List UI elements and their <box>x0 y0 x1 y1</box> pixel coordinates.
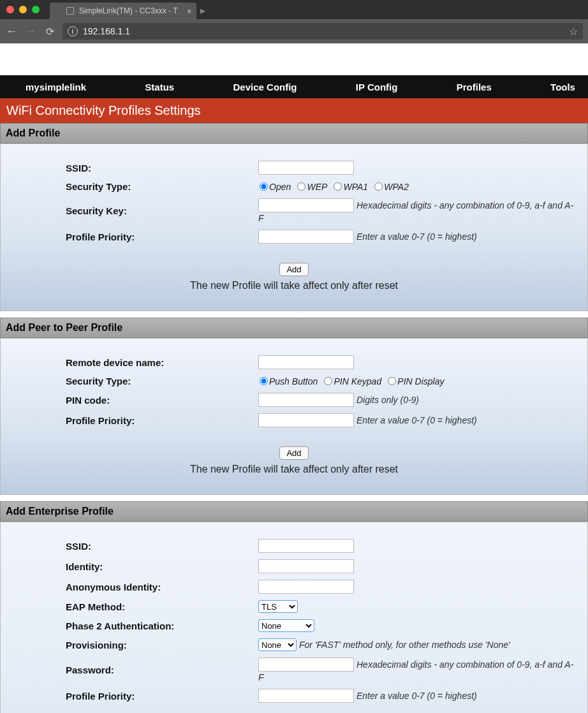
add-profile-body: SSID: Security Type: Open WEP WPA1 WPA2 … <box>0 143 588 311</box>
sec-open-option[interactable]: Open <box>258 182 291 192</box>
ssid-input[interactable] <box>258 161 354 175</box>
ent-priority-input[interactable] <box>258 689 354 703</box>
eap-method-select[interactable]: TLS <box>258 600 298 613</box>
back-button[interactable]: ← <box>5 25 18 38</box>
priority-hint: Enter a value 0-7 (0 = highest) <box>356 232 477 242</box>
anon-identity-input[interactable] <box>258 580 354 594</box>
forward-button[interactable]: → <box>24 25 37 38</box>
url-text: 192.168.1.1 <box>83 26 130 36</box>
p2p-profile-body: Remote device name: Security Type: Push … <box>0 338 588 495</box>
pin-code-input[interactable] <box>258 393 354 407</box>
close-window-button[interactable] <box>6 6 14 13</box>
ent-ssid-label: SSID: <box>66 541 91 552</box>
maximize-window-button[interactable] <box>32 6 40 13</box>
browser-tab[interactable]: SimpleLink(TM) - CC3xxx - T × <box>50 3 196 19</box>
ent-profile-header: Add Enterprise Profile <box>0 501 588 522</box>
window-controls <box>6 6 40 13</box>
password-label: Password: <box>66 665 114 675</box>
p2p-profile-header: Add Peer to Peer Profile <box>0 318 588 338</box>
p2p-priority-label: Profile Priority: <box>66 415 135 426</box>
close-tab-icon[interactable]: × <box>187 6 192 16</box>
nav-profiles[interactable]: Profiles <box>457 82 492 92</box>
ent-ssid-input[interactable] <box>258 539 354 553</box>
identity-input[interactable] <box>258 559 354 573</box>
browser-tab-strip: SimpleLink(TM) - CC3xxx - T × ▸ <box>0 0 588 19</box>
minimize-window-button[interactable] <box>19 6 27 13</box>
page-icon <box>66 7 74 15</box>
sec-wpa2-option[interactable]: WPA2 <box>373 182 409 192</box>
nav-status[interactable]: Status <box>145 82 174 92</box>
bookmark-star-icon[interactable]: ☆ <box>569 26 578 38</box>
p2p-add-button[interactable]: Add <box>279 446 308 460</box>
priority-input[interactable] <box>258 230 354 244</box>
ssid-label: SSID: <box>66 163 91 173</box>
reload-button[interactable]: ⟳ <box>43 26 56 38</box>
sec-pushbutton-option[interactable]: Push Button <box>258 376 318 386</box>
tab-title: SimpleLink(TM) - CC3xxx - T <box>79 6 177 15</box>
sec-pindisplay-option[interactable]: PIN Display <box>386 376 444 386</box>
provisioning-select[interactable]: None <box>258 638 297 651</box>
add-button[interactable]: Add <box>279 263 308 276</box>
nav-device-config[interactable]: Device Config <box>233 82 297 92</box>
page-title-banner: WiFi Connectivity Profiles Settings <box>0 98 588 123</box>
sec-pinkeypad-option[interactable]: PIN Keypad <box>323 376 381 386</box>
site-info-icon[interactable]: i <box>68 26 78 36</box>
p2p-priority-hint: Enter a value 0-7 (0 = highest) <box>356 415 477 425</box>
sec-wpa1-option[interactable]: WPA1 <box>332 182 368 192</box>
provisioning-hint: For 'FAST' method only, for other method… <box>299 640 510 650</box>
nav-tools[interactable]: Tools <box>550 82 575 92</box>
address-bar: ← → ⟳ i 192.168.1.1 ☆ <box>0 19 588 43</box>
phase2-label: Phase 2 Authentication: <box>66 621 174 631</box>
nav-mysimplelink[interactable]: mysimplelink <box>26 82 86 92</box>
security-type-label: Security Type: <box>66 181 131 192</box>
top-nav: mysimplelink Status Device Config IP Con… <box>0 75 588 98</box>
password-input[interactable] <box>258 658 354 672</box>
identity-label: Identity: <box>66 561 103 572</box>
phase2-select[interactable]: None <box>258 619 314 632</box>
url-field[interactable]: i 192.168.1.1 ☆ <box>62 23 583 40</box>
add-footer-note: The new Profile will take affect only af… <box>190 280 398 291</box>
anon-identity-label: Anonymous Identity: <box>66 582 161 592</box>
add-profile-header: Add Profile <box>0 123 588 143</box>
page-title: WiFi Connectivity Profiles Settings <box>6 103 201 117</box>
pin-code-hint: Digits only (0-9) <box>356 395 419 405</box>
remote-device-input[interactable] <box>258 355 354 369</box>
p2p-footer-note: The new Profile will take affect only af… <box>190 464 398 474</box>
provisioning-label: Provisioning: <box>66 640 127 651</box>
sec-wep-option[interactable]: WEP <box>296 182 327 192</box>
ent-priority-label: Profile Priority: <box>66 691 135 702</box>
new-tab-button[interactable]: ▸ <box>200 4 205 19</box>
security-key-label: Security Key: <box>66 205 127 216</box>
remote-device-label: Remote device name: <box>66 357 164 368</box>
nav-ip-config[interactable]: IP Config <box>356 82 398 92</box>
eap-method-label: EAP Method: <box>66 601 125 612</box>
priority-label: Profile Priority: <box>66 232 135 242</box>
p2p-sec-type-label: Security Type: <box>66 376 131 386</box>
ent-profile-body: SSID: Identity: Anonymous Identity: EAP … <box>0 522 588 713</box>
p2p-priority-input[interactable] <box>258 413 354 427</box>
pin-code-label: PIN code: <box>66 395 110 406</box>
security-key-input[interactable] <box>258 198 354 212</box>
ent-priority-hint: Enter a value 0-7 (0 = highest) <box>356 691 477 701</box>
